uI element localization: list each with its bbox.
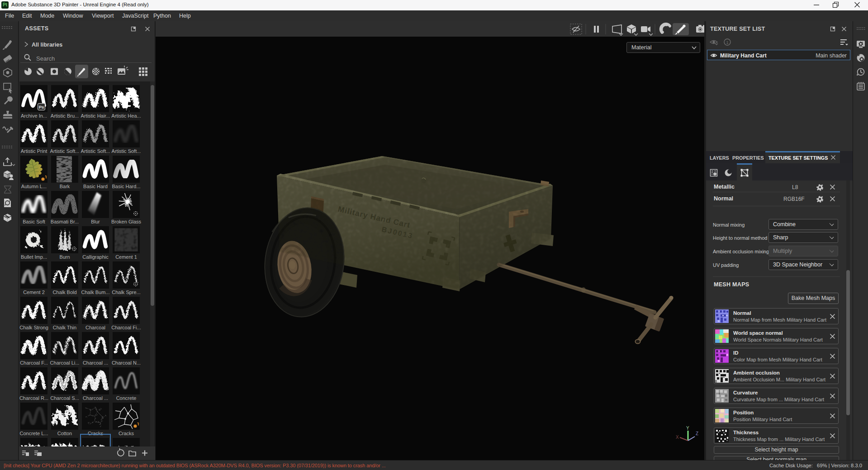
svg-text:X: X: [676, 435, 679, 440]
svg-text:Ps: Ps: [39, 104, 44, 109]
svg-text:Z: Z: [696, 431, 698, 436]
svg-text:1: 1: [726, 40, 728, 45]
svg-text:Y: Y: [686, 426, 689, 431]
